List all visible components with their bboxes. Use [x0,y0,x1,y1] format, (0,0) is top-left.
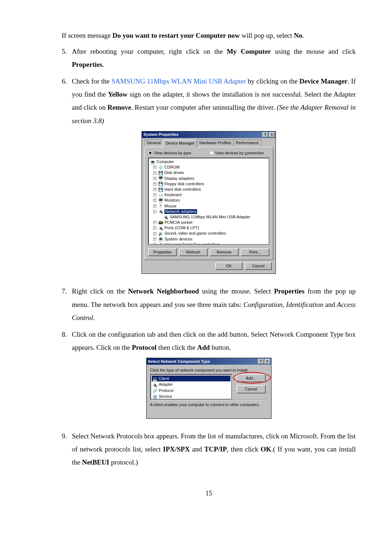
computer-icon: 💻 [150,160,155,164]
step-7: 7. Right click on the Network Neighborho… [62,285,356,324]
device-tree[interactable]: 💻Computer +💿CDROM +💾Disk drives +🖥️Displ… [148,158,269,245]
protocol-icon: 🔗 [152,388,158,393]
tab-device-manager[interactable]: Device Manager [163,140,197,147]
service-icon: ⚙️ [152,394,158,398]
mouse-icon: 🖱️ [158,204,163,208]
list-item-service[interactable]: ⚙️Service [152,393,230,399]
component-type-list[interactable]: 💻Client 🔌Adapter 🔗Protocol ⚙️Service [150,374,232,400]
tree-mouse[interactable]: +🖱️Mouse [150,203,267,209]
dialog-title-2: Select Network Component Type [148,359,257,364]
client-icon: 💻 [152,376,158,381]
prompt-label: Click the type of network component you … [150,368,268,373]
tree-network-adapters[interactable]: −🔌Network adapters [150,209,267,214]
remove-button[interactable]: Remove [210,248,238,256]
tree-cdrom[interactable]: +💿CDROM [150,165,267,170]
titlebar: System Properties ? × [142,131,275,138]
cdrom-icon: 💿 [158,165,163,170]
sound-icon: 🔊 [158,231,163,236]
close-icon[interactable]: × [269,132,275,137]
disk-icon: 💾 [158,171,163,175]
port-icon: 🔌 [158,226,163,230]
titlebar-2: Select Network Component Type ? × [147,358,271,365]
radio-view-by-type[interactable]: View devices by type [148,151,191,155]
radio-view-by-connection[interactable]: View devices by connection [209,151,264,155]
list-item-protocol[interactable]: 🔗Protocol [152,388,230,393]
tree-ports[interactable]: +🔌Ports (COM & LPT) [150,225,267,231]
help-icon[interactable]: ? [262,132,268,137]
tab-general[interactable]: General [144,139,163,147]
tab-performance[interactable]: Performance [233,139,261,147]
adapter-icon: 🔌 [163,215,168,219]
add-button[interactable]: Add... [237,374,266,382]
cancel-button[interactable]: Cancel [245,262,272,270]
tree-usb[interactable]: +🔌Universal Serial Bus controllers [150,242,267,245]
tree-hard-disk[interactable]: +💾Hard disk controllers [150,187,267,192]
close-icon[interactable]: × [265,359,270,364]
tree-display-adapters[interactable]: +🖥️Display adapters [150,176,267,181]
usb-icon: 🔌 [158,242,163,245]
floppy-icon: 💾 [158,182,163,186]
tree-keyboard[interactable]: +⌨️Keyboard [150,192,267,198]
tree-floppy[interactable]: +💾Floppy disk controllers [150,181,267,187]
system-properties-dialog: System Properties ? × General Device Man… [142,131,276,274]
hdd-icon: 💾 [158,187,163,192]
tree-disk-drives[interactable]: +💾Disk drives [150,170,267,175]
step-6: 6. Check for the SAMSUNG 11Mbps WLAN Min… [62,75,356,127]
adapter-icon: 🔌 [152,382,158,387]
keyboard-icon: ⌨️ [158,193,163,197]
tree-computer[interactable]: 💻Computer [150,159,267,165]
page-number: 15 [62,487,356,499]
monitor-icon: 🖥️ [158,198,163,203]
tree-sound[interactable]: +🔊Sound, video and game controllers [150,231,267,236]
properties-button[interactable]: Properties [148,248,177,256]
intro-paragraph: If screen message Do you want to restart… [62,29,356,42]
list-item-adapter[interactable]: 🔌Adapter [152,381,230,387]
step-9: 9. Select Network Protocols box appears.… [62,430,356,469]
select-network-component-dialog: Select Network Component Type ? × Click … [146,358,271,419]
list-item-client[interactable]: 💻Client [152,376,230,381]
system-icon: 💻 [158,237,163,241]
pcmcia-icon: 📟 [158,220,163,225]
tab-strip: General Device Manager Hardware Profiles… [142,138,275,147]
description-text: A client enables your computer to connec… [150,400,268,416]
refresh-button[interactable]: Refresh [179,248,208,256]
tab-hardware-profiles[interactable]: Hardware Profiles [197,139,233,147]
tree-system-devices[interactable]: +💻System devices [150,236,267,242]
tree-samsung-adapter[interactable]: 🔌SAMSUNG 11Mbps WLAN Mini USB Adapter [150,214,267,220]
ok-button[interactable]: OK [215,262,242,270]
dialog-title: System Properties [143,132,262,137]
help-icon[interactable]: ? [258,359,264,364]
step-8: 8. Click on the configuration tab and th… [62,328,356,354]
network-icon: 🔌 [158,209,163,214]
print-button[interactable]: Print... [241,248,269,256]
display-icon: 🖥️ [158,176,163,181]
step-5: 5. After rebooting your computer, right … [62,45,356,71]
tree-monitors[interactable]: +🖥️Monitors [150,198,267,203]
tree-pcmcia[interactable]: +📟PCMCIA socket [150,220,267,225]
cancel-button-2[interactable]: Cancel [237,385,266,393]
